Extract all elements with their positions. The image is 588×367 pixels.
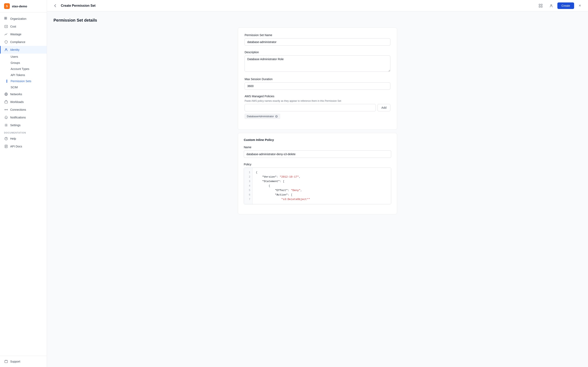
sidebar-item-permission-sets[interactable]: Permission Sets bbox=[11, 78, 47, 84]
sidebar-item-label: Wastage bbox=[10, 33, 21, 36]
svg-rect-17 bbox=[539, 6, 540, 7]
tag-remove-button[interactable] bbox=[275, 115, 278, 118]
svg-rect-18 bbox=[541, 6, 542, 7]
line-num-2: 2 bbox=[244, 175, 252, 179]
back-button[interactable] bbox=[52, 2, 58, 9]
content-area: Permission Set details Permission Set Na… bbox=[47, 11, 588, 367]
app-name: stax-demo bbox=[12, 4, 27, 8]
create-button[interactable]: Create bbox=[557, 2, 574, 9]
svg-rect-7 bbox=[5, 101, 8, 103]
settings-icon bbox=[4, 123, 8, 127]
topbar: Create Permission Set Create × bbox=[47, 0, 588, 11]
sidebar-item-help[interactable]: Help bbox=[0, 135, 47, 142]
sidebar-header: S stax-demo bbox=[0, 0, 47, 12]
sidebar-item-label: Identity bbox=[10, 48, 19, 51]
code-line-6: "Action": [ bbox=[256, 193, 388, 197]
sidebar-item-wastage[interactable]: Wastage bbox=[0, 30, 47, 38]
session-field-group: Max Session Duration bbox=[245, 77, 390, 90]
svg-point-8 bbox=[5, 109, 6, 110]
sidebar-item-label: API Docs bbox=[10, 145, 22, 148]
sidebar-item-label: Settings bbox=[10, 124, 21, 127]
aws-policies-label: AWS Managed Policies bbox=[245, 95, 390, 98]
svg-point-12 bbox=[6, 139, 6, 140]
networks-icon bbox=[4, 92, 8, 96]
sidebar-item-settings[interactable]: Settings bbox=[0, 121, 47, 129]
sidebar-item-label: Compliance bbox=[10, 40, 25, 44]
code-line-1: { bbox=[256, 170, 388, 175]
grid-icon-button[interactable] bbox=[537, 2, 544, 9]
svg-rect-16 bbox=[541, 4, 542, 5]
form-card: Permission Set Name Description Max Sess… bbox=[238, 27, 397, 130]
inline-policy-group: Policy 1 2 3 4 5 6 7 { bbox=[244, 163, 391, 204]
name-input[interactable] bbox=[245, 38, 390, 46]
sidebar-item-cost[interactable]: Cost bbox=[0, 23, 47, 30]
sidebar-item-account-types[interactable]: Account Types bbox=[11, 66, 47, 72]
inline-name-label: Name bbox=[244, 146, 391, 149]
sidebar-item-networks[interactable]: Networks bbox=[0, 90, 47, 98]
sidebar-item-connections[interactable]: Connections bbox=[0, 106, 47, 114]
compliance-icon bbox=[4, 40, 8, 44]
add-policy-button[interactable]: Add bbox=[378, 104, 390, 111]
help-icon bbox=[4, 137, 8, 141]
svg-rect-2 bbox=[4, 18, 6, 19]
main-panel: Create Permission Set Create × Permissio… bbox=[47, 0, 588, 367]
description-field-group: Description bbox=[245, 50, 390, 73]
line-numbers: 1 2 3 4 5 6 7 bbox=[244, 168, 252, 204]
code-editor[interactable]: 1 2 3 4 5 6 7 { "Version": "2012-10-17", bbox=[244, 167, 391, 204]
wastage-icon bbox=[4, 32, 8, 36]
inline-policy-card: Custom Inline Policy Name Policy 1 2 3 4… bbox=[238, 133, 397, 214]
sidebar-item-label: Organization bbox=[10, 17, 26, 20]
topbar-left: Create Permission Set bbox=[52, 2, 95, 9]
aws-policy-input-row: Add bbox=[245, 104, 390, 111]
session-input[interactable] bbox=[245, 82, 390, 90]
sidebar-item-users[interactable]: Users bbox=[11, 54, 47, 60]
header-icons bbox=[537, 2, 555, 9]
sidebar-item-compliance[interactable]: Compliance bbox=[0, 38, 47, 46]
sidebar-item-workloads[interactable]: Workloads bbox=[0, 98, 47, 106]
svg-rect-14 bbox=[5, 360, 8, 363]
cost-icon bbox=[4, 25, 8, 29]
sidebar-item-label: Workloads bbox=[10, 100, 24, 104]
sidebar-item-label: Cost bbox=[10, 25, 16, 28]
sidebar-footer: Support bbox=[0, 356, 47, 367]
inline-name-input[interactable] bbox=[244, 150, 391, 158]
code-line-7: "s3:DeleteObject*" bbox=[256, 197, 388, 202]
sidebar-item-support[interactable]: Support bbox=[0, 358, 47, 365]
sidebar-item-notifications[interactable]: Notifications bbox=[0, 114, 47, 121]
svg-point-9 bbox=[7, 109, 8, 110]
sidebar-item-label: Networks bbox=[10, 92, 22, 96]
code-line-5: "Effect": "Deny", bbox=[256, 188, 388, 193]
close-button[interactable]: × bbox=[577, 2, 583, 9]
page-title: Create Permission Set bbox=[61, 4, 95, 8]
support-icon bbox=[4, 359, 8, 364]
line-num-1: 1 bbox=[244, 170, 252, 175]
description-textarea[interactable] bbox=[245, 55, 390, 72]
notifications-icon bbox=[4, 115, 8, 119]
sidebar-item-organization[interactable]: Organization bbox=[0, 15, 47, 23]
sidebar-item-groups[interactable]: Groups bbox=[11, 60, 47, 66]
code-content: { "Version": "2012-10-17", "Statement": … bbox=[252, 168, 391, 204]
line-num-4: 4 bbox=[244, 184, 252, 188]
line-num-3: 3 bbox=[244, 179, 252, 184]
workloads-icon bbox=[4, 100, 8, 104]
sidebar-item-api-docs[interactable]: API Docs bbox=[0, 142, 47, 150]
name-field-group: Permission Set Name bbox=[245, 33, 390, 46]
aws-policy-input[interactable] bbox=[245, 104, 376, 111]
svg-rect-15 bbox=[539, 4, 540, 5]
identity-icon bbox=[4, 48, 8, 52]
code-line-2: "Version": "2012-10-17", bbox=[256, 175, 388, 179]
sidebar: S stax-demo Organization Cost Wastage bbox=[0, 0, 47, 367]
inline-policy-label: Policy bbox=[244, 163, 391, 166]
sidebar-item-label: Help bbox=[10, 137, 16, 140]
sidebar-item-scim[interactable]: SCIM bbox=[11, 84, 47, 90]
user-settings-icon-button[interactable] bbox=[548, 2, 555, 9]
aws-policies-hint: Paste AWS policy names exactly as they a… bbox=[245, 100, 390, 102]
line-num-7: 7 bbox=[244, 197, 252, 202]
sidebar-item-label: Notifications bbox=[10, 116, 26, 119]
sidebar-item-identity[interactable]: Identity bbox=[0, 46, 47, 54]
app-logo: S bbox=[4, 3, 10, 9]
doc-section-label: DOCUMENTATION bbox=[0, 129, 47, 135]
sidebar-item-api-tokens[interactable]: API Tokens bbox=[11, 72, 47, 78]
tag-list: DatabaseAdministrator bbox=[245, 114, 390, 119]
svg-point-5 bbox=[6, 49, 7, 50]
